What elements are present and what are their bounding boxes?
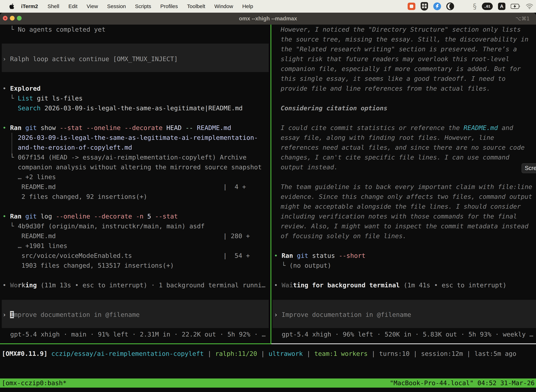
menu-item-help[interactable]: Help: [238, 3, 258, 9]
text-segment: Ran: [10, 124, 21, 131]
terminal-line: The team guideline is to back every impo…: [281, 182, 532, 192]
pane-divider[interactable]: [270, 25, 271, 344]
text-segment: git: [25, 213, 37, 220]
right-terminal-pane[interactable]: However, I noticed the "Directory Struct…: [272, 25, 536, 343]
apple-menu-icon[interactable]: [9, 3, 14, 9]
text-segment: gpt-5.4 xhigh · main · 91% left · 2.31M …: [10, 331, 266, 338]
text-segment: |: [368, 350, 379, 357]
text-segment: and: [498, 124, 513, 131]
text-segment: Ran: [10, 213, 21, 220]
text-segment: 1903 files changed, 513517 insertions(+): [21, 262, 174, 269]
terminal-line: src/voice/voiceModeEnabled.ts: [21, 251, 132, 261]
text-segment: README.md: [197, 124, 231, 131]
terminal-line: 2 files changed, 92 insertions(+): [21, 192, 147, 202]
menu-item-scripts[interactable]: Scripts: [130, 3, 156, 9]
menu-item-iterm2[interactable]: iTerm2: [16, 3, 43, 9]
terminal-line: I could cite commit statistics or refere…: [281, 123, 513, 133]
text-segment: Wo: [10, 281, 18, 289]
text-segment: output instead.: [281, 163, 338, 171]
macos-menu-bar: iTerm2ShellEditViewSessionScriptsProfile…: [0, 0, 536, 13]
text-segment: --stat: [60, 124, 82, 131]
terminal-line: | 280 +: [223, 231, 250, 241]
menu-item-view[interactable]: View: [82, 3, 103, 9]
terminal-line: • Ran git status --short: [274, 251, 365, 261]
text-segment: [144, 213, 147, 220]
terminal-line: of focusing solely on file lines.: [281, 231, 407, 241]
text-segment: [90, 213, 94, 220]
text-segment: 2026-03-09-is-legal-the-same-as-legitima…: [18, 134, 258, 141]
text-segment: [132, 213, 136, 220]
text-segment: Explored: [10, 85, 40, 92]
text-segment: Ralph loop active continue [OMX_TMUX_INJ…: [10, 55, 178, 62]
screen-share-tooltip: Scre: [522, 163, 536, 173]
menu-item-shell[interactable]: Shell: [43, 3, 64, 9]
text-segment: companion file, especially if more comme…: [281, 65, 521, 72]
text-segment: README.md: [464, 124, 498, 131]
crescent-circle-icon[interactable]: [446, 2, 454, 10]
text-segment: [293, 252, 297, 259]
text-segment: session:12m: [421, 350, 463, 357]
text-segment: |: [257, 350, 268, 357]
text-segment: I: [10, 311, 14, 318]
terminal-line: └ (no output): [282, 261, 331, 271]
menu-item-profiles[interactable]: Profiles: [156, 3, 182, 9]
terminal-line: └ 067f154 (HEAD -> essay/ai-reimplementa…: [10, 152, 247, 162]
terminal-line: including verification notes with those …: [281, 211, 517, 221]
model-status-left: gpt-5.4 xhigh · main · 91% left · 2.31M …: [10, 330, 266, 339]
text-segment: --stat: [155, 213, 178, 220]
text-segment: •: [274, 281, 282, 289]
text-segment: -n: [136, 213, 144, 220]
squiggle-icon[interactable]: §: [473, 2, 477, 11]
text-segment: essay file, along with finding root file…: [281, 134, 494, 141]
shield-icon[interactable]: [421, 2, 428, 10]
text-segment: Considering citation options: [281, 104, 388, 112]
text-segment: No agents completed yet: [18, 26, 105, 33]
menu-item-window[interactable]: Window: [210, 3, 238, 9]
text-segment: •: [2, 281, 10, 289]
text-segment: log: [37, 213, 56, 220]
terminal-line: › Ralph loop active continue [OMX_TMUX_I…: [2, 54, 178, 64]
text-segment: rk: [18, 281, 25, 289]
text-segment: └: [10, 223, 18, 230]
text-segment: |: [303, 350, 314, 357]
screen-record-icon[interactable]: [408, 3, 415, 10]
count-badge-icon[interactable]: ..61: [482, 3, 493, 10]
text-segment: [OMX#0.11.9]: [2, 350, 48, 357]
text-segment: [21, 124, 25, 131]
window-title-bar: omx --xhigh --madmax ⌥⌘1: [0, 13, 536, 25]
terminal-line: 2026-03-09-is-legal-the-same-as-legitima…: [18, 133, 258, 143]
prompt-input-right[interactable]: › Improve documentation in @filename: [274, 310, 411, 320]
battery-icon[interactable]: [511, 4, 521, 9]
text-segment: [21, 213, 25, 220]
wifi-icon[interactable]: [526, 4, 533, 9]
terminal-line: • Ran git show --stat --oneline --decora…: [2, 123, 231, 133]
text-segment: |: [410, 350, 421, 357]
text-segment: --oneline: [86, 124, 121, 131]
text-segment: Search: [18, 104, 41, 112]
bolt-badge-icon[interactable]: [433, 2, 441, 10]
left-terminal-pane[interactable]: └ No agents completed yet› Ralph loop ac…: [0, 25, 270, 343]
text-segment: README.md: [21, 232, 56, 240]
text-segment: 067f154 (HEAD -> essay/ai-reimplementati…: [18, 154, 246, 161]
menu-item-session[interactable]: Session: [103, 3, 130, 9]
terminal-line: review. Also, I might want to inspect th…: [281, 221, 528, 231]
menu-item-toolbelt[interactable]: Toolbelt: [182, 3, 210, 9]
terminal-line: └ No agents completed yet: [10, 25, 105, 34]
dots-grid-icon[interactable]: [459, 2, 468, 10]
terminal-line: the "Related research writing" section i…: [281, 44, 517, 54]
prompt-input-left[interactable]: › Improve documentation in @filename: [2, 310, 140, 320]
text-segment: [82, 124, 86, 131]
text-segment: (no output): [289, 262, 331, 269]
input-source-icon[interactable]: A: [498, 3, 505, 10]
text-segment: last:5m ago: [474, 350, 516, 357]
menu-item-list: iTerm2ShellEditViewSessionScriptsProfile…: [16, 3, 258, 9]
text-segment: review. Also, I might want to inspect th…: [281, 223, 528, 230]
text-segment: provide file and line references from th…: [281, 85, 490, 92]
menu-item-edit[interactable]: Edit: [64, 3, 82, 9]
text-segment: git: [297, 252, 308, 259]
text-segment: show: [37, 124, 60, 131]
terminal-line: README.md: [21, 182, 56, 192]
text-segment: [193, 124, 197, 131]
terminal-line: └ 4b9d30f (origin/main, instructkr/main,…: [10, 221, 205, 231]
text-segment: might be acceptable alongside the file l…: [281, 203, 521, 210]
